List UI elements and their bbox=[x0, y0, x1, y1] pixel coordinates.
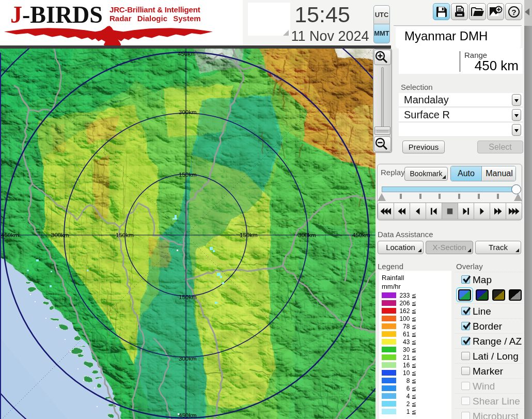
svg-text:?: ? bbox=[511, 8, 516, 17]
svg-text:150km: 150km bbox=[240, 232, 258, 238]
svg-text:300km: 300km bbox=[51, 232, 69, 238]
svg-text:450km: 450km bbox=[1, 232, 19, 238]
svg-text:300km: 300km bbox=[179, 355, 197, 362]
svg-text:450km: 450km bbox=[179, 412, 197, 418]
svg-text:150km: 150km bbox=[179, 294, 197, 300]
svg-text:150km: 150km bbox=[116, 232, 134, 238]
svg-text:150km: 150km bbox=[179, 172, 197, 178]
svg-text:300km: 300km bbox=[179, 109, 197, 115]
svg-text:450km: 450km bbox=[178, 51, 196, 57]
svg-text:450km: 450km bbox=[352, 232, 370, 238]
svg-text:300km: 300km bbox=[298, 232, 316, 238]
